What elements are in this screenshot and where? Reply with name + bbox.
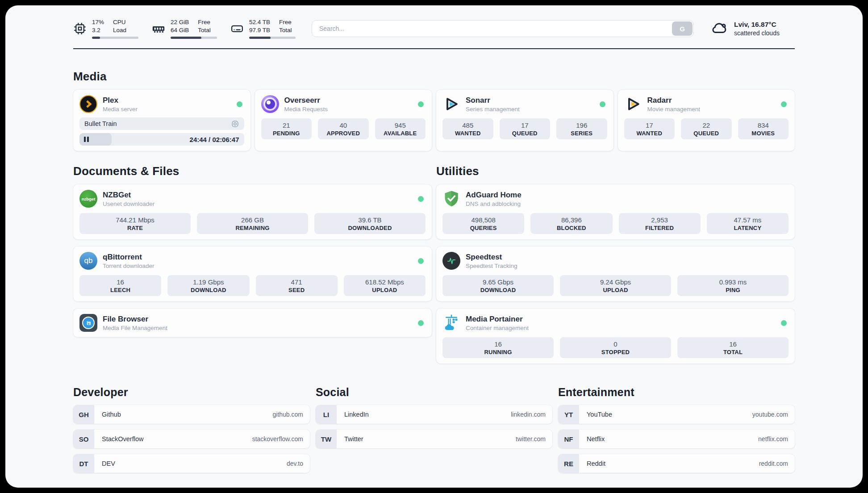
app-name: Media Portainer bbox=[466, 315, 529, 324]
link-name: LinkedIn bbox=[344, 411, 369, 418]
playback-progress-bar[interactable]: 24:44 / 02:06:47 bbox=[79, 133, 244, 146]
link-badge: NF bbox=[558, 430, 579, 448]
app-card-speedtest[interactable]: Speedtest Speedtest Tracking 9.65 GbpsDO… bbox=[436, 246, 795, 301]
disk-total-label: Total bbox=[279, 26, 292, 34]
ram-progress-fill bbox=[171, 37, 201, 39]
stat-box: 17QUEUED bbox=[500, 118, 551, 139]
cpu-progress-bar bbox=[92, 37, 138, 39]
disk-icon bbox=[230, 22, 244, 35]
qbittorrent-icon: qb bbox=[79, 252, 97, 270]
ram-icon bbox=[152, 22, 165, 35]
app-card-sonarr[interactable]: Sonarr Series management 485WANTED 17QUE… bbox=[436, 90, 613, 151]
link-row-linkedin[interactable]: LI LinkedIn linkedin.com bbox=[316, 405, 552, 424]
link-name: DEV bbox=[102, 460, 115, 467]
link-row-reddit[interactable]: RE Reddit reddit.com bbox=[558, 454, 795, 473]
stat-box: 16LEECH bbox=[79, 275, 161, 296]
app-card-portainer[interactable]: Media Portainer Container management 16R… bbox=[436, 309, 795, 363]
weather-location-temp: Lviv, 16.87°C bbox=[734, 21, 780, 29]
stat-box: 21PENDING bbox=[261, 118, 312, 139]
search-input[interactable] bbox=[312, 20, 694, 37]
cpu-chip-icon bbox=[73, 22, 87, 35]
entertainment-links: Entertainment YT YouTube youtube.com NF … bbox=[558, 386, 795, 473]
pause-icon bbox=[84, 137, 89, 142]
section-title-utilities: Utilities bbox=[436, 164, 795, 178]
link-badge: SO bbox=[73, 430, 94, 448]
app-card-plex[interactable]: Plex Media server Bullet Train 24:44 / 0… bbox=[73, 90, 250, 151]
now-playing-title: Bullet Train bbox=[84, 120, 117, 127]
link-row-github[interactable]: GH Github github.com bbox=[73, 405, 310, 424]
link-row-youtube[interactable]: YT YouTube youtube.com bbox=[558, 405, 795, 424]
app-description: Movie management bbox=[647, 106, 701, 113]
link-badge: TW bbox=[316, 430, 337, 448]
stat-box: 17WANTED bbox=[624, 118, 675, 139]
weather-widget: Lviv, 16.87°C scattered clouds bbox=[710, 18, 795, 39]
link-name: Github bbox=[102, 411, 121, 418]
app-description: Media server bbox=[103, 106, 138, 113]
stat-box: 834MOVIES bbox=[738, 118, 789, 139]
app-card-filebrowser[interactable]: File Browser Media File Management bbox=[73, 309, 432, 337]
stat-box: 40APPROVED bbox=[318, 118, 369, 139]
app-name: Plex bbox=[103, 96, 138, 105]
app-name: qBittorrent bbox=[103, 253, 154, 262]
app-description: Container management bbox=[466, 325, 529, 331]
now-playing-row: Bullet Train bbox=[79, 117, 244, 130]
top-bar: 17%3.2 CPULoad 22 GiB64 GiB FreeTotal bbox=[73, 16, 795, 41]
stat-box: 485WANTED bbox=[442, 118, 493, 139]
speedtest-icon bbox=[442, 252, 460, 270]
app-name: AdGuard Home bbox=[466, 191, 522, 200]
stat-box: 2,953FILTERED bbox=[619, 213, 701, 234]
ram-total-label: Total bbox=[198, 26, 211, 34]
playback-progress-fill bbox=[79, 133, 112, 146]
stat-box: 47.57 msLATENCY bbox=[707, 213, 789, 234]
link-row-netflix[interactable]: NF Netflix netflix.com bbox=[558, 430, 795, 448]
cpu-label: CPU bbox=[113, 18, 126, 26]
app-description: Usenet downloader bbox=[103, 201, 154, 207]
app-name: Sonarr bbox=[466, 96, 520, 105]
app-card-nzbget[interactable]: nzbget NZBGet Usenet downloader 744.21 M… bbox=[73, 184, 432, 239]
stat-box: 0STOPPED bbox=[560, 337, 671, 358]
section-title-media: Media bbox=[73, 70, 795, 84]
link-url: youtube.com bbox=[752, 411, 788, 418]
ram-free-label: Free bbox=[198, 18, 211, 26]
developer-links: Developer GH Github github.com SO StackO… bbox=[73, 386, 310, 473]
app-card-radarr[interactable]: Radarr Movie management 17WANTED 22QUEUE… bbox=[618, 90, 795, 151]
stat-box: 86,396BLOCKED bbox=[530, 213, 612, 234]
status-online-dot bbox=[781, 101, 787, 107]
section-title-social: Social bbox=[316, 386, 552, 399]
disk-progress-bar bbox=[249, 37, 296, 39]
status-online-dot bbox=[418, 196, 424, 202]
status-online-dot bbox=[237, 101, 242, 107]
status-online-dot bbox=[418, 258, 424, 264]
app-name: NZBGet bbox=[103, 191, 154, 200]
stat-box: 945AVAILABLE bbox=[375, 118, 426, 139]
app-card-overseerr[interactable]: Overseerr Media Requests 21PENDING 40APP… bbox=[255, 90, 432, 151]
disk-stat: 52.4 TB97.9 TB FreeTotal bbox=[230, 18, 296, 38]
section-title-documents: Documents & Files bbox=[73, 164, 432, 178]
search-bar: G bbox=[312, 20, 694, 37]
stat-box: 22QUEUED bbox=[681, 118, 732, 139]
stat-box: 16TOTAL bbox=[677, 337, 789, 358]
cloud-icon bbox=[710, 18, 729, 39]
link-row-twitter[interactable]: TW Twitter twitter.com bbox=[316, 430, 552, 448]
playback-time: 24:44 / 02:06:47 bbox=[190, 133, 239, 146]
middle-grid: Documents & Files nzbget NZBGet Usenet d… bbox=[73, 164, 795, 363]
app-card-qbittorrent[interactable]: qb qBittorrent Torrent downloader 16LEEC… bbox=[73, 246, 432, 301]
overseerr-icon bbox=[261, 95, 279, 113]
link-row-dev[interactable]: DT DEV dev.to bbox=[73, 454, 310, 473]
portainer-icon bbox=[442, 314, 460, 332]
stat-box: 16RUNNING bbox=[442, 337, 554, 358]
stat-box: 744.21 MbpsRATE bbox=[79, 213, 191, 234]
app-card-adguard[interactable]: AdGuard Home DNS and adblocking 498,508Q… bbox=[436, 184, 795, 239]
link-name: Reddit bbox=[587, 460, 605, 467]
search-engine-button[interactable]: G bbox=[672, 21, 693, 36]
cpu-progress-fill bbox=[92, 37, 100, 39]
link-badge: DT bbox=[73, 454, 94, 473]
app-description: DNS and adblocking bbox=[466, 201, 522, 207]
cpu-load-label: Load bbox=[113, 26, 126, 34]
link-name: Twitter bbox=[344, 435, 363, 443]
adguard-icon bbox=[442, 190, 460, 208]
stat-box: 1.19 GbpsDOWNLOAD bbox=[167, 275, 249, 296]
social-links: Social LI LinkedIn linkedin.com TW Twitt… bbox=[316, 386, 552, 448]
cpu-usage-percent: 17% bbox=[92, 18, 104, 26]
link-row-stackoverflow[interactable]: SO StackOverflow stackoverflow.com bbox=[73, 430, 310, 448]
